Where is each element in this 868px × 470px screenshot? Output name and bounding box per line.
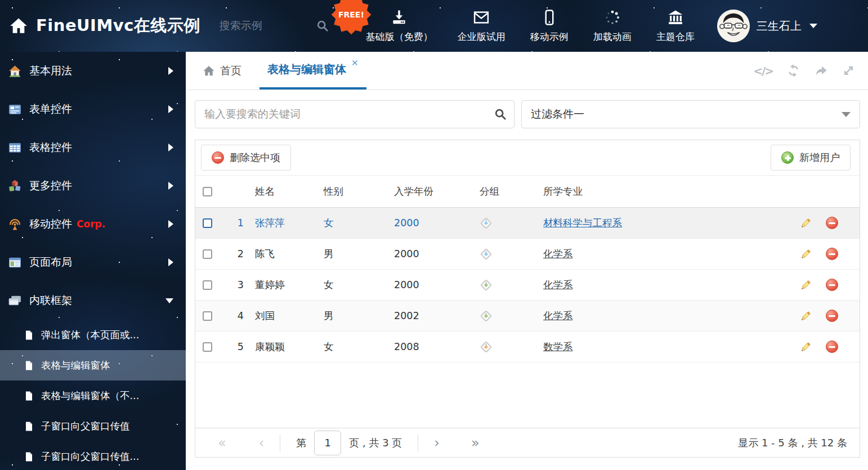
pagination-bar: « ‹ 第 页 , 共 3 页 › » 显示 1 - 5 条 , 共 12 条: [195, 428, 860, 457]
first-page-button[interactable]: «: [218, 436, 226, 450]
cell-name: 董婷婷: [246, 278, 314, 292]
delete-icon[interactable]: [826, 279, 838, 291]
refresh-button[interactable]: [786, 64, 800, 78]
sidebar-item-page-layout[interactable]: 页面布局: [0, 243, 186, 281]
edit-icon[interactable]: [799, 341, 812, 353]
brand[interactable]: FineUIMvc在线示例: [0, 15, 200, 37]
table-row[interactable]: 4 刘国 男 2002 化学系: [195, 301, 860, 332]
divider: [280, 435, 280, 451]
row-checkbox[interactable]: [203, 218, 212, 228]
delete-selected-button[interactable]: 删除选中项: [201, 145, 291, 171]
nav-item-loading-animation[interactable]: 加载动画: [593, 9, 632, 43]
open-new-window-button[interactable]: [814, 64, 828, 78]
house-icon: [8, 64, 22, 78]
tab-home-label: 首页: [220, 64, 241, 78]
column-name: 姓名: [246, 185, 314, 198]
frames-icon: [8, 294, 22, 308]
edit-icon[interactable]: [799, 217, 812, 230]
delete-icon[interactable]: [826, 310, 838, 322]
major-link[interactable]: 化学系: [543, 279, 573, 290]
edit-icon[interactable]: [799, 310, 812, 323]
sidebar-item-mobile-controls[interactable]: 移动控件 Corp.: [0, 205, 186, 243]
table-row[interactable]: 1 张萍萍 女 2000 材料科学与工程系: [195, 208, 860, 239]
form-icon: [8, 102, 22, 117]
sidebar-subitem-child-to-parent-2[interactable]: 子窗口向父窗口传值...: [0, 441, 186, 470]
nav-item-enterprise-trial[interactable]: 企业版试用: [458, 9, 505, 43]
cell-year: 2000: [384, 248, 468, 259]
expand-icon: [842, 64, 856, 78]
sidebar-item-more-controls[interactable]: 更多控件: [0, 167, 186, 205]
add-user-button[interactable]: 新增用户: [771, 145, 851, 171]
code-icon: </>: [753, 64, 773, 78]
filter-dropdown[interactable]: 过滤条件一: [521, 100, 860, 128]
sidebar-item-iframe[interactable]: 内联框架: [0, 281, 186, 320]
table-row[interactable]: 2 陈飞 男 2000 化学系: [195, 239, 860, 270]
table-header: 姓名 性别 入学年份 分组 所学专业: [195, 176, 860, 208]
keyword-search-box: [195, 100, 514, 128]
column-group: 分组: [468, 185, 533, 198]
page-suffix: 页 , 共 3 页: [349, 436, 402, 450]
keyword-search-input[interactable]: [195, 100, 514, 128]
sidebar-subitem-grid-edit-window-no[interactable]: 表格与编辑窗体（不...: [0, 381, 186, 411]
row-checkbox[interactable]: [203, 342, 212, 352]
user-menu[interactable]: 三生石上: [717, 10, 817, 42]
cell-name: 康颖颖: [246, 340, 314, 353]
tag-icon: [480, 248, 492, 259]
cell-name: 张萍萍: [246, 216, 314, 230]
divider: [418, 435, 418, 451]
major-link[interactable]: 数学系: [543, 341, 573, 352]
nav-item-mobile-examples[interactable]: 移动示例: [530, 9, 569, 43]
page-number-input[interactable]: [314, 431, 341, 455]
source-code-button[interactable]: </>: [753, 64, 773, 78]
grid-panel: 删除选中项 新增用户 姓名 性别 入学年份 分组 所学专业 1: [195, 140, 860, 458]
prev-page-button[interactable]: ‹: [259, 436, 265, 450]
delete-icon[interactable]: [826, 217, 838, 229]
table-icon: [8, 141, 22, 155]
sidebar-item-form-controls[interactable]: 表单控件: [0, 90, 186, 128]
tab-grid-edit-window[interactable]: 表格与编辑窗体 ✕: [259, 52, 366, 89]
row-checkbox[interactable]: [203, 311, 212, 321]
search-icon[interactable]: [494, 108, 507, 120]
grid-toolbar: 删除选中项 新增用户: [195, 140, 860, 176]
row-checkbox[interactable]: [203, 249, 212, 259]
sidebar-item-basic-usage[interactable]: 基本用法: [0, 52, 186, 90]
tab-home[interactable]: 首页: [203, 52, 241, 89]
row-number: 3: [221, 279, 246, 290]
next-page-button[interactable]: ›: [434, 436, 440, 450]
select-all-checkbox[interactable]: [203, 187, 212, 196]
row-checkbox[interactable]: [203, 280, 212, 290]
search-icon[interactable]: [316, 20, 329, 32]
fullscreen-button[interactable]: [842, 64, 856, 78]
sidebar-subitem-popup-window[interactable]: 弹出窗体（本页面或...: [0, 320, 186, 350]
cell-year: 2000: [384, 217, 468, 229]
major-link[interactable]: 化学系: [543, 248, 573, 259]
nav-item-theme-store[interactable]: 主题仓库: [656, 9, 695, 43]
sidebar-item-grid-controls[interactable]: 表格控件: [0, 128, 186, 167]
sidebar-subitem-grid-edit-window[interactable]: 表格与编辑窗体: [0, 350, 186, 381]
delete-icon[interactable]: [826, 248, 838, 260]
major-link[interactable]: 化学系: [543, 310, 573, 321]
column-major: 所学专业: [533, 185, 781, 198]
refresh-icon: [786, 64, 800, 78]
document-icon: [24, 421, 34, 432]
home-tab-icon: [203, 65, 215, 77]
nav-item-basic-edition[interactable]: FREE! 基础版（免费）: [366, 9, 433, 43]
envelope-icon: [473, 9, 490, 26]
delete-icon[interactable]: [826, 341, 838, 353]
edit-icon[interactable]: [799, 248, 812, 261]
major-link[interactable]: 材料科学与工程系: [543, 217, 622, 229]
table-row[interactable]: 5 康颖颖 女 2008 数学系: [195, 332, 860, 362]
example-search-input[interactable]: [220, 20, 310, 32]
download-icon: [391, 9, 408, 26]
chevron-down-icon: [809, 24, 817, 28]
close-icon[interactable]: ✕: [351, 58, 359, 68]
expand-arrow-icon: [168, 182, 173, 190]
main-content: 首页 表格与编辑窗体 ✕ </>: [186, 52, 868, 470]
user-name: 三生石上: [757, 19, 802, 34]
table-row[interactable]: 3 董婷婷 女 2000 化学系: [195, 270, 860, 301]
edit-icon[interactable]: [799, 279, 812, 292]
row-number: 2: [221, 248, 246, 259]
sidebar-subitem-child-to-parent[interactable]: 子窗口向父窗口传值: [0, 411, 186, 441]
last-page-button[interactable]: »: [471, 436, 480, 450]
layout-icon: [8, 256, 22, 270]
